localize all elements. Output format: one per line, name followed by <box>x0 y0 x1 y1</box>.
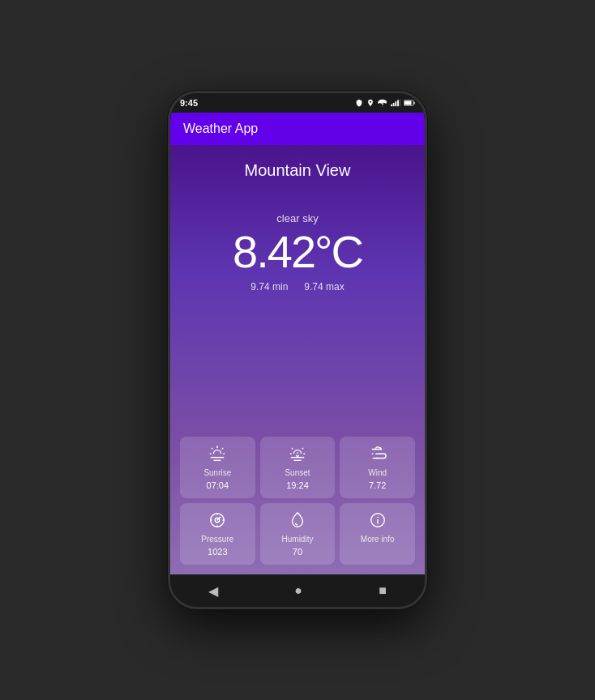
pressure-icon <box>208 511 226 531</box>
wind-value: 7.72 <box>369 480 386 490</box>
svg-rect-6 <box>413 101 414 104</box>
temp-range: 9.74 min 9.74 max <box>250 281 344 292</box>
info-card-humidity[interactable]: Humidity 70 <box>260 503 336 565</box>
recent-button[interactable]: ■ <box>374 578 392 603</box>
wifi-icon <box>378 99 387 107</box>
sunset-value: 19:24 <box>286 480 309 490</box>
info-card-more-info[interactable]: More info <box>340 503 415 565</box>
info-card-sunrise[interactable]: Sunrise 07:04 <box>180 437 255 498</box>
more-info-label: More info <box>361 535 395 544</box>
temp-max: 9.74 max <box>304 281 344 292</box>
humidity-label: Humidity <box>282 535 314 544</box>
svg-rect-7 <box>405 100 412 105</box>
phone-shell: 9:45 <box>168 91 427 609</box>
svg-rect-0 <box>391 105 392 106</box>
humidity-value: 70 <box>293 547 302 557</box>
sunset-icon <box>289 445 306 465</box>
status-icons <box>355 99 415 107</box>
temp-min: 9.74 min <box>250 281 288 292</box>
pressure-label: Pressure <box>201 535 233 544</box>
app-bar: Weather App <box>170 113 425 145</box>
sunset-label: Sunset <box>285 468 310 477</box>
location-icon <box>366 99 375 107</box>
main-content: Mountain View clear sky 8.42°C 9.74 min … <box>170 145 425 574</box>
shield-icon <box>355 99 363 107</box>
svg-rect-1 <box>393 103 395 106</box>
sunrise-label: Sunrise <box>203 468 231 477</box>
info-card-pressure[interactable]: Pressure 1023 <box>180 503 255 565</box>
humidity-icon <box>289 511 306 531</box>
status-time: 9:45 <box>180 98 198 108</box>
pressure-value: 1023 <box>208 547 227 557</box>
signal-icon <box>391 99 400 107</box>
info-card-wind[interactable]: Wind 7.72 <box>340 437 415 498</box>
svg-rect-3 <box>397 100 399 106</box>
wind-label: Wind <box>368 468 387 477</box>
status-bar: 9:45 <box>170 93 425 113</box>
info-icon <box>369 511 387 531</box>
weather-description: clear sky <box>276 212 318 224</box>
battery-icon <box>404 99 415 107</box>
svg-rect-4 <box>400 100 400 106</box>
temperature: 8.42°C <box>233 229 362 275</box>
sunrise-value: 07:04 <box>207 480 229 490</box>
app-title: Weather App <box>183 122 258 136</box>
info-card-sunset[interactable]: Sunset 19:24 <box>260 437 336 498</box>
info-grid: Sunrise 07:04 Sunset 19:24 <box>180 437 415 565</box>
svg-rect-2 <box>395 101 396 106</box>
sunrise-icon <box>208 445 226 465</box>
phone-screen: 9:45 <box>170 93 425 607</box>
city-name: Mountain View <box>245 161 351 180</box>
back-button[interactable]: ◀ <box>203 578 223 604</box>
nav-bar: ◀ ● ■ <box>170 574 425 607</box>
svg-point-13 <box>377 517 378 518</box>
home-button[interactable]: ● <box>289 578 307 603</box>
wind-icon <box>369 445 387 465</box>
